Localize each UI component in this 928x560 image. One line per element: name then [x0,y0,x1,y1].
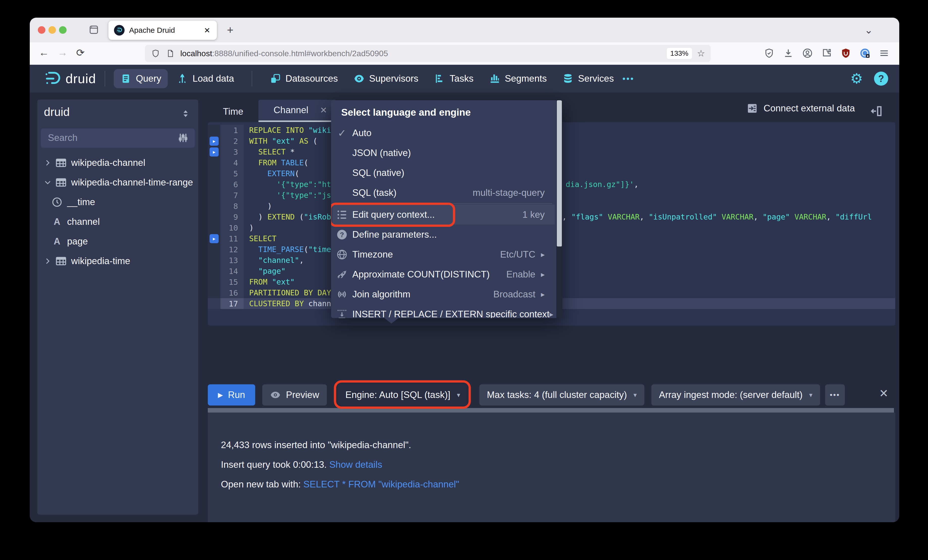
tab-close-icon[interactable]: ✕ [204,26,210,35]
nav-item-segments[interactable]: Segments [483,69,554,88]
panel-splitter[interactable] [208,408,894,412]
tree-item-time[interactable]: __time [37,192,198,212]
code-token: FROM [249,277,267,286]
reload-button[interactable]: ⟳ [76,47,85,58]
line-number: 5 [220,168,244,179]
nav-item-datasources[interactable]: Datasources [263,69,345,88]
druid-logo[interactable]: druid [44,70,96,87]
tree-item-wikipedia-channel[interactable]: wikipedia-channel [37,153,198,173]
browser-tab[interactable]: Apache Druid ✕ [108,21,217,40]
back-button[interactable]: ← [39,47,49,58]
zoom-window-button[interactable] [59,26,67,34]
nav-item-tasks[interactable]: Tasks [427,69,480,88]
code-token: , [562,213,571,221]
run-line-button[interactable]: ▶ [209,148,219,157]
firefox-view-icon[interactable] [88,24,99,35]
check-icon: ✓ [336,127,348,139]
connect-external-data-button[interactable]: Connect external data [746,103,855,114]
menu-item-auto[interactable]: ✓Auto [333,123,555,143]
open-query-link[interactable]: SELECT * FROM "wikipedia-channel" [303,479,459,489]
tracking-protection-icon[interactable] [151,49,160,58]
chevron-down-icon[interactable] [44,178,52,187]
gutter-marker [208,157,220,168]
code-token: "page" [258,267,285,275]
menu-title: Select language and engine [341,107,471,118]
settings-gear-icon[interactable]: ⚙ [850,72,863,86]
menu-item-json-native-[interactable]: JSON (native) [333,143,555,163]
run-line-button[interactable]: ▶ [209,137,219,146]
zoom-level-badge[interactable]: 133% [667,48,692,59]
nav-item-query[interactable]: Query [114,69,168,88]
code-token [790,213,794,221]
show-details-link[interactable]: Show details [329,460,382,470]
tab-close-icon[interactable]: ✕ [320,105,327,115]
chevron-right-icon[interactable] [44,257,52,265]
menu-item-approximate-count-distinct-[interactable]: Approximate COUNT(DISTINCT)Enable▸ [333,264,555,284]
run-line-button[interactable]: ▶ [209,234,219,243]
url-text[interactable]: localhost:8888/unified-console.html#work… [180,49,667,58]
page-info-icon[interactable] [166,49,175,58]
collapse-panel-icon[interactable] [870,105,883,118]
ublock-icon[interactable] [840,48,852,59]
code-token: * [286,148,295,156]
tree-item-wikipedia-time[interactable]: wikipedia-time [37,251,198,271]
code-token [249,256,258,265]
nav-item-services[interactable]: Services [556,69,620,88]
code-token: ) [249,213,267,221]
url-bar[interactable]: localhost:8888/unified-console.html#work… [145,45,711,62]
nav-item-supervisors[interactable]: Supervisors [347,69,425,88]
tree-item-page[interactable]: Apage [37,231,198,251]
tab-label: Channel [273,105,308,116]
nav-item-load-data[interactable]: Load data [170,69,241,88]
tab-channel[interactable]: Channel✕ [258,100,336,122]
browser-tab-strip: Apache Druid ✕ + ⌄ [30,18,899,43]
tab-time[interactable]: Time [208,101,258,122]
code-token: "ext" [272,277,295,286]
menu-item-define-parameters-[interactable]: ?Define parameters... [333,225,555,245]
menu-item-right-group: 1 key [522,209,545,220]
tree-item-channel[interactable]: Achannel [37,212,198,231]
menu-item-timezone[interactable]: TimezoneEtc/UTC▸ [333,245,555,264]
code-token [603,213,608,221]
menu-scrollbar[interactable] [556,100,562,318]
minimize-window-button[interactable] [49,26,56,34]
close-window-button[interactable] [38,26,46,34]
engine-dropdown[interactable]: Engine: Auto [SQL (task)] ▾ [338,384,468,405]
more-options-button[interactable]: ••• [825,384,845,405]
line-number: 2 [220,135,244,146]
password-manager-icon[interactable] [859,48,871,59]
list-all-tabs-icon[interactable]: ⌄ [864,24,873,36]
gutter-marker [208,277,220,287]
close-results-icon[interactable]: ✕ [879,387,888,400]
run-button[interactable]: ▶ Run [208,384,255,405]
sort-icon[interactable] [180,109,191,119]
menu-item-insert-replace-extern-specific-context[interactable]: INSERT / REPLACE / EXTERN specific conte… [333,304,555,318]
help-icon[interactable]: ? [874,72,888,86]
new-tab-button[interactable]: + [227,24,234,36]
search-input[interactable]: Search [40,128,195,148]
gutter-marker [208,212,220,222]
chevron-right-icon[interactable] [44,158,52,167]
menu-item-sql-native-[interactable]: SQL (native) [333,163,555,183]
extensions-icon[interactable] [821,48,833,59]
array-ingest-mode-dropdown[interactable]: Array ingest mode: (server default) ▾ [651,384,820,405]
shield-check-icon[interactable] [763,48,775,59]
menu-item-edit-query-context-[interactable]: Edit query context...1 key [333,205,555,225]
tree-item-wikipedia-channel-time-range[interactable]: wikipedia-channel-time-range [37,173,198,192]
tree-item-label: channel [67,216,100,227]
code-token [267,137,272,145]
code-token: "flags" [571,213,603,221]
menu-item-join-algorithm[interactable]: Join algorithmBroadcast▸ [333,284,555,304]
menu-hamburger-icon[interactable] [879,48,890,59]
search-filter-icon[interactable] [177,132,189,143]
account-icon[interactable] [802,48,814,59]
downloads-icon[interactable] [783,48,794,59]
rocket-icon [336,269,348,280]
menu-item-sql-task-[interactable]: SQL (task)multi-stage-query [333,183,555,202]
max-tasks-dropdown[interactable]: Max tasks: 4 (full cluster capacity) ▾ [479,384,644,405]
preview-button[interactable]: Preview [262,384,327,405]
forward-button[interactable]: → [58,47,67,58]
more-nav-icon[interactable]: ••• [622,74,635,84]
services-icon [562,73,574,84]
bookmark-star-icon[interactable]: ☆ [697,48,705,59]
